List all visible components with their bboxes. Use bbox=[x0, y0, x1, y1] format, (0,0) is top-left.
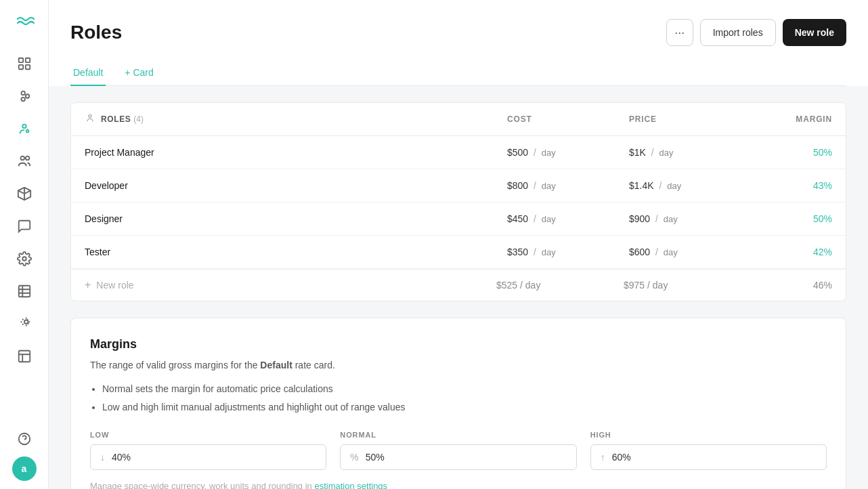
margins-section: Margins The range of valid gross margins… bbox=[70, 318, 846, 489]
sidebar-item-layout[interactable] bbox=[9, 341, 39, 371]
svg-point-17 bbox=[89, 114, 91, 117]
tab-default[interactable]: Default bbox=[70, 60, 106, 86]
svg-point-8 bbox=[26, 130, 28, 133]
row-name: Project Manager bbox=[85, 147, 507, 158]
sidebar-item-chat[interactable] bbox=[9, 211, 39, 241]
sidebar-item-magic[interactable] bbox=[9, 309, 39, 339]
margins-description: The range of valid gross margins for the… bbox=[90, 358, 827, 373]
table-title: ROLES bbox=[101, 114, 131, 124]
roles-icon bbox=[85, 112, 95, 126]
row-margin: 50% bbox=[751, 147, 832, 158]
margin-high-icon: ↑ bbox=[601, 452, 605, 463]
sidebar-item-views[interactable] bbox=[9, 81, 39, 111]
sidebar-item-settings[interactable] bbox=[9, 244, 39, 274]
row-cost: $350 / day bbox=[507, 247, 629, 257]
import-roles-button[interactable]: Import roles bbox=[700, 19, 776, 46]
main-content-area: ROLES (4) COST PRICE MARGIN Project Mana… bbox=[49, 86, 868, 489]
add-role-label: New role bbox=[96, 280, 491, 291]
margin-normal-field[interactable]: % 50% bbox=[340, 444, 576, 470]
margins-title: Margins bbox=[90, 337, 827, 352]
svg-rect-12 bbox=[18, 286, 30, 297]
margins-footer: Manage space-wide currency, work units a… bbox=[90, 481, 827, 489]
user-avatar[interactable]: a bbox=[12, 456, 37, 481]
tabs-bar: Default + Card bbox=[70, 60, 846, 86]
row-price: $1.4K / day bbox=[629, 180, 751, 191]
margin-high-field[interactable]: ↑ 60% bbox=[590, 444, 827, 470]
row-price: $900 / day bbox=[629, 213, 751, 224]
estimation-settings-link[interactable]: estimation settings bbox=[314, 481, 387, 489]
table-count: (4) bbox=[133, 114, 144, 124]
row-cost: $500 / day bbox=[507, 147, 629, 158]
margin-low-value: 40% bbox=[112, 452, 131, 463]
margin-normal-icon: % bbox=[350, 452, 358, 463]
table-row[interactable]: Project Manager $500 / day $1K / day 50% bbox=[71, 136, 846, 169]
add-row-price: $975 / day bbox=[624, 280, 745, 291]
margins-bullet-1: Normal sets the margin for automatic pri… bbox=[102, 382, 827, 396]
add-icon: + bbox=[85, 279, 91, 291]
margins-inputs: LOW ↓ 40% NORMAL % 50% HIGH ↑ bbox=[90, 431, 827, 470]
col-margin-header: MARGIN bbox=[751, 114, 832, 124]
new-role-button[interactable]: New role bbox=[783, 19, 846, 46]
svg-rect-1 bbox=[25, 58, 29, 62]
sidebar-item-roles[interactable] bbox=[9, 114, 39, 144]
more-options-button[interactable]: ··· bbox=[666, 19, 693, 46]
page-title: Roles bbox=[70, 22, 122, 43]
table-row[interactable]: Developer $800 / day $1.4K / day 43% bbox=[71, 169, 846, 203]
row-price: $600 / day bbox=[629, 247, 751, 257]
row-cost: $450 / day bbox=[507, 213, 629, 224]
row-cost: $800 / day bbox=[507, 180, 629, 191]
sidebar-item-team[interactable] bbox=[9, 146, 39, 176]
svg-point-13 bbox=[24, 320, 28, 324]
svg-point-6 bbox=[25, 94, 29, 98]
margin-low-icon: ↓ bbox=[100, 452, 105, 463]
row-name: Designer bbox=[85, 213, 507, 224]
sidebar: a bbox=[0, 0, 49, 489]
row-margin: 43% bbox=[751, 180, 832, 191]
table-row[interactable]: Designer $450 / day $900 / day 50% bbox=[71, 203, 846, 236]
svg-point-10 bbox=[25, 156, 29, 161]
margin-input-high: HIGH ↑ 60% bbox=[590, 431, 827, 470]
table-header: ROLES (4) COST PRICE MARGIN bbox=[71, 103, 846, 136]
margin-high-label: HIGH bbox=[590, 431, 827, 439]
svg-rect-14 bbox=[18, 351, 30, 362]
col-price-header: PRICE bbox=[629, 114, 751, 124]
row-margin: 50% bbox=[751, 213, 832, 224]
svg-rect-2 bbox=[18, 65, 22, 69]
sidebar-item-help[interactable] bbox=[9, 424, 39, 454]
page-header: Roles ··· Import roles New role Default … bbox=[49, 0, 868, 86]
margins-bullet-2: Low and high limit manual adjustments an… bbox=[102, 400, 827, 414]
svg-point-5 bbox=[21, 98, 25, 102]
margin-normal-label: NORMAL bbox=[340, 431, 576, 439]
svg-rect-0 bbox=[18, 58, 22, 62]
row-name: Developer bbox=[85, 180, 507, 191]
margin-input-normal: NORMAL % 50% bbox=[340, 431, 576, 470]
add-row-cost: $525 / day bbox=[496, 280, 618, 291]
margins-bullets: Normal sets the margin for automatic pri… bbox=[90, 382, 827, 414]
row-margin: 42% bbox=[751, 247, 832, 257]
add-row-margin: 46% bbox=[751, 280, 832, 291]
col-cost-header: COST bbox=[507, 114, 629, 124]
add-role-row[interactable]: + New role $525 / day $975 / day 46% bbox=[71, 269, 846, 301]
roles-table: ROLES (4) COST PRICE MARGIN Project Mana… bbox=[70, 102, 846, 301]
margin-low-field[interactable]: ↓ 40% bbox=[90, 444, 326, 470]
margin-normal-value: 50% bbox=[366, 452, 385, 463]
margin-input-low: LOW ↓ 40% bbox=[90, 431, 326, 470]
logo[interactable] bbox=[14, 11, 35, 35]
row-price: $1K / day bbox=[629, 147, 751, 158]
sidebar-item-table[interactable] bbox=[9, 276, 39, 306]
tab-add-card[interactable]: + Card bbox=[122, 60, 156, 85]
sidebar-item-cube[interactable] bbox=[9, 179, 39, 209]
table-row[interactable]: Tester $350 / day $600 / day 42% bbox=[71, 236, 846, 269]
header-actions: ··· Import roles New role bbox=[666, 19, 846, 46]
row-name: Tester bbox=[85, 247, 507, 257]
main-content: Roles ··· Import roles New role Default … bbox=[49, 0, 868, 489]
svg-point-7 bbox=[22, 125, 26, 129]
svg-point-11 bbox=[22, 257, 26, 261]
margin-high-value: 60% bbox=[612, 452, 631, 463]
svg-point-9 bbox=[20, 156, 24, 161]
svg-rect-3 bbox=[25, 65, 29, 69]
svg-point-4 bbox=[21, 91, 25, 95]
margin-low-label: LOW bbox=[90, 431, 326, 439]
sidebar-item-grid[interactable] bbox=[9, 49, 39, 79]
